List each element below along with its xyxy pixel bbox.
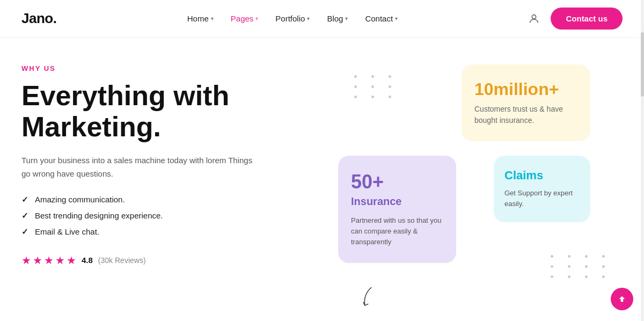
card-purple: 50+ Insurance Partnered with us so that … — [338, 156, 456, 263]
checklist-item-1: ✓ Amazing communication. — [21, 195, 322, 205]
star-3: ★ — [44, 254, 54, 267]
card-cyan: Claims Get Support by expert easily. — [494, 156, 590, 222]
dot-grid-top — [354, 75, 398, 98]
checklist-item-2: ✓ Best trending designing experience. — [21, 211, 322, 221]
star-2: ★ — [33, 254, 42, 267]
nav-link-pages[interactable]: Pages ▾ — [231, 14, 259, 23]
nav-item-pages[interactable]: Pages ▾ — [231, 14, 259, 23]
card-purple-subtitle: Insurance — [351, 195, 443, 208]
nav-link-home[interactable]: Home ▾ — [187, 14, 214, 23]
checklist-item-3: ✓ Email & Live chat. — [21, 227, 322, 237]
card-cyan-title: Claims — [504, 169, 580, 183]
star-4: ★ — [55, 254, 65, 267]
chevron-down-icon: ▾ — [395, 16, 398, 21]
rating-reviews: (30k Reviews) — [98, 256, 146, 265]
nav-item-portfolio[interactable]: Portfolio ▾ — [275, 14, 310, 23]
check-icon: ✓ — [21, 227, 28, 237]
card-purple-description: Partnered with us so that you can compar… — [351, 215, 443, 247]
user-icon[interactable] — [528, 13, 540, 25]
hero-description: Turn your business into a sales machine … — [21, 154, 258, 181]
rating-row: ★ ★ ★ ★ ★ 4.8 (30k Reviews) — [21, 254, 322, 267]
nav-link-portfolio[interactable]: Portfolio ▾ — [275, 14, 310, 23]
curved-arrow-icon — [356, 283, 379, 312]
scroll-up-button[interactable] — [611, 288, 633, 310]
check-icon: ✓ — [21, 211, 28, 221]
navbar: Jano. Home ▾ Pages ▾ Portfolio ▾ Blog ▾ — [0, 0, 644, 38]
rating-score: 4.8 — [82, 256, 93, 265]
chevron-down-icon: ▾ — [211, 16, 214, 21]
main-heading: Everything with Marketing. — [21, 80, 322, 142]
logo[interactable]: Jano. — [21, 10, 56, 27]
card-yellow: 10million+ Customers trust us & have bou… — [462, 64, 590, 141]
checklist: ✓ Amazing communication. ✓ Best trending… — [21, 195, 322, 237]
card-yellow-description: Customers trust us & have bought insuran… — [474, 104, 577, 126]
main-content: WHY US Everything with Marketing. Turn y… — [0, 38, 644, 321]
card-yellow-number: 10million+ — [474, 79, 577, 99]
dot-grid-bottom — [551, 255, 612, 278]
card-cyan-description: Get Support by expert easily. — [504, 188, 580, 209]
nav-link-blog[interactable]: Blog ▾ — [327, 14, 348, 23]
svg-point-0 — [532, 14, 536, 18]
nav-link-contact[interactable]: Contact ▾ — [365, 14, 398, 23]
star-1: ★ — [21, 254, 31, 267]
chevron-down-icon: ▾ — [345, 16, 348, 21]
nav-right: Contact us — [528, 8, 623, 30]
star-rating: ★ ★ ★ ★ ★ — [21, 254, 76, 267]
nav-item-contact[interactable]: Contact ▾ — [365, 14, 398, 23]
nav-item-blog[interactable]: Blog ▾ — [327, 14, 348, 23]
check-icon: ✓ — [21, 195, 28, 205]
left-section: WHY US Everything with Marketing. Turn y… — [21, 59, 322, 321]
nav-links: Home ▾ Pages ▾ Portfolio ▾ Blog ▾ Contac — [187, 14, 398, 23]
star-5: ★ — [67, 254, 76, 267]
nav-item-home[interactable]: Home ▾ — [187, 14, 214, 23]
right-section: 10million+ Customers trust us & have bou… — [333, 59, 623, 321]
contact-us-button[interactable]: Contact us — [551, 8, 623, 30]
chevron-down-icon: ▾ — [307, 16, 310, 21]
why-us-label: WHY US — [21, 64, 322, 72]
chevron-down-icon: ▾ — [255, 16, 258, 21]
card-purple-number: 50+ — [351, 171, 443, 193]
